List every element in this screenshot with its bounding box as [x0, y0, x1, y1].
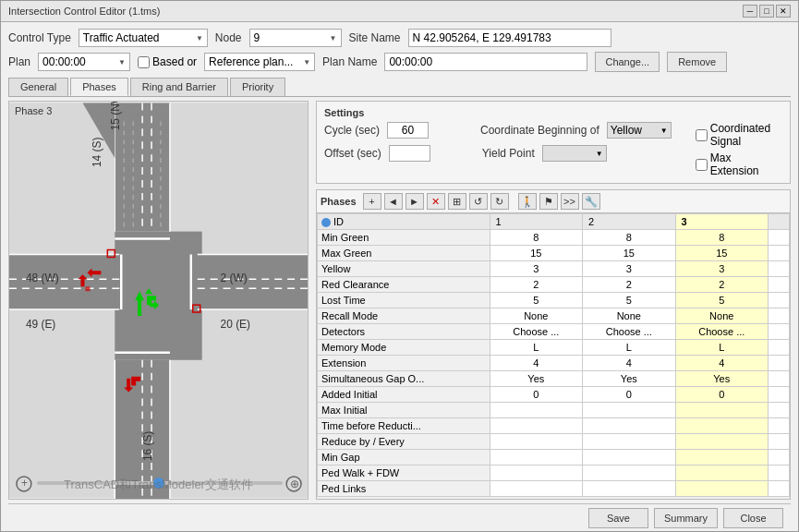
- site-name-input[interactable]: [408, 29, 611, 47]
- based-or-checkbox[interactable]: [138, 56, 150, 68]
- save-button[interactable]: Save: [588, 508, 648, 528]
- coord-dropdown[interactable]: Yellow ▼: [607, 122, 672, 139]
- cell-value[interactable]: [490, 450, 582, 466]
- cell-value[interactable]: Choose ...: [490, 324, 582, 340]
- cell-value[interactable]: 8: [583, 230, 675, 246]
- cell-value[interactable]: [675, 466, 768, 481]
- cell-value[interactable]: 15: [583, 246, 675, 261]
- plan-dropdown[interactable]: 00:00:00 ▼: [38, 53, 130, 71]
- cell-value[interactable]: [675, 418, 768, 434]
- tab-ring-barrier[interactable]: Ring and Barrier: [130, 78, 228, 96]
- cell-value[interactable]: 3: [675, 261, 768, 277]
- cell-value[interactable]: 3: [583, 261, 675, 277]
- phases-table-wrap[interactable]: ID 1 2 3 Min Green888Max Green151515Yell…: [317, 213, 790, 499]
- delete-phase-btn[interactable]: ✕: [427, 193, 445, 210]
- tab-priority[interactable]: Priority: [230, 78, 285, 96]
- cell-value[interactable]: 0: [583, 387, 675, 403]
- yield-dropdown[interactable]: ▼: [542, 145, 607, 162]
- remove-button[interactable]: Remove: [667, 52, 727, 72]
- cell-value[interactable]: 4: [583, 356, 675, 371]
- cycle-input[interactable]: [387, 122, 429, 139]
- pedestrian-btn[interactable]: 🚶: [518, 193, 537, 210]
- cell-value[interactable]: 15: [675, 246, 768, 261]
- cell-value[interactable]: [675, 481, 768, 497]
- cell-value[interactable]: Yes: [583, 371, 675, 387]
- table-row: Added Initial000: [318, 387, 790, 403]
- cell-value[interactable]: 8: [490, 230, 582, 246]
- cell-value[interactable]: L: [490, 340, 582, 356]
- cell-value[interactable]: 4: [675, 356, 768, 371]
- coordinated-signal-checkbox[interactable]: [696, 129, 708, 141]
- cell-value[interactable]: [583, 434, 675, 450]
- cell-value[interactable]: [675, 434, 768, 450]
- cell-value[interactable]: 5: [583, 293, 675, 308]
- cell-value[interactable]: [583, 403, 675, 418]
- cell-value[interactable]: L: [675, 340, 768, 356]
- cell-value[interactable]: 2: [675, 277, 768, 293]
- row-label: Detectors: [318, 324, 490, 340]
- tab-general[interactable]: General: [8, 78, 68, 96]
- cell-value[interactable]: Choose ...: [583, 324, 675, 340]
- cell-value[interactable]: [583, 418, 675, 434]
- max-extension-checkbox[interactable]: [696, 159, 708, 171]
- cell-value[interactable]: 2: [583, 277, 675, 293]
- row-label: Simultaneous Gap O...: [318, 371, 490, 387]
- cell-value[interactable]: [583, 466, 675, 481]
- col-header-3[interactable]: 3: [675, 214, 768, 230]
- cell-value[interactable]: Yes: [490, 371, 582, 387]
- svg-text:20 (E): 20 (E): [221, 318, 250, 331]
- change-button[interactable]: Change...: [595, 52, 660, 72]
- redo-btn[interactable]: ↻: [490, 193, 509, 210]
- node-label: Node: [215, 31, 242, 44]
- move-left-btn[interactable]: ◄: [384, 193, 403, 210]
- cell-value[interactable]: 0: [675, 387, 768, 403]
- add-phase-btn[interactable]: +: [363, 193, 381, 210]
- minimize-btn[interactable]: ─: [743, 5, 757, 18]
- cell-value[interactable]: Yes: [675, 371, 768, 387]
- plan-name-label: Plan Name: [322, 55, 377, 68]
- cell-value[interactable]: Choose ...: [675, 324, 768, 340]
- cell-value[interactable]: [490, 418, 582, 434]
- table-header-row: ID 1 2 3: [318, 214, 790, 230]
- control-type-dropdown[interactable]: Traffic Actuated ▼: [79, 29, 208, 47]
- grid-btn[interactable]: ⊞: [448, 193, 466, 210]
- intersection-diagram[interactable]: 14 (S) 15 (NW) 48 (W) 2 (W) 49 (E) 20 (E…: [9, 102, 308, 499]
- cell-value[interactable]: [490, 466, 582, 481]
- cell-value[interactable]: [490, 434, 582, 450]
- tab-phases[interactable]: Phases: [70, 78, 128, 96]
- cell-value[interactable]: [675, 403, 768, 418]
- more-btn[interactable]: >>: [561, 193, 579, 210]
- cell-value[interactable]: [490, 481, 582, 497]
- cell-value[interactable]: 15: [490, 246, 582, 261]
- cell-value[interactable]: 8: [675, 230, 768, 246]
- cell-value[interactable]: 4: [490, 356, 582, 371]
- summary-button[interactable]: Summary: [654, 508, 718, 528]
- cell-value[interactable]: 2: [490, 277, 582, 293]
- cell-value[interactable]: [583, 481, 675, 497]
- cell-value[interactable]: 5: [490, 293, 582, 308]
- cell-value[interactable]: 5: [675, 293, 768, 308]
- plan-name-input[interactable]: [384, 53, 587, 71]
- close-button[interactable]: Close: [723, 508, 783, 528]
- cell-value[interactable]: [490, 403, 582, 418]
- cell-value[interactable]: None: [490, 308, 582, 324]
- cell-value[interactable]: 0: [490, 387, 582, 403]
- cell-value[interactable]: 3: [490, 261, 582, 277]
- cell-value[interactable]: [583, 450, 675, 466]
- close-btn[interactable]: ✕: [776, 5, 791, 18]
- undo-btn[interactable]: ↺: [469, 193, 488, 210]
- offset-input[interactable]: [389, 145, 430, 162]
- cell-value[interactable]: L: [583, 340, 675, 356]
- flag-btn[interactable]: ⚑: [539, 193, 558, 210]
- move-right-btn[interactable]: ►: [406, 193, 424, 210]
- settings-btn[interactable]: 🔧: [582, 193, 600, 210]
- maximize-btn[interactable]: □: [759, 5, 774, 18]
- cell-value[interactable]: [675, 450, 768, 466]
- col-header-1[interactable]: 1: [490, 214, 582, 230]
- table-row: Memory ModeLLL: [318, 340, 790, 356]
- col-header-2[interactable]: 2: [583, 214, 675, 230]
- cell-value[interactable]: None: [675, 308, 768, 324]
- reference-plan-dropdown[interactable]: Reference plan... ▼: [204, 53, 315, 71]
- cell-value[interactable]: None: [583, 308, 675, 324]
- node-dropdown[interactable]: 9 ▼: [249, 29, 342, 47]
